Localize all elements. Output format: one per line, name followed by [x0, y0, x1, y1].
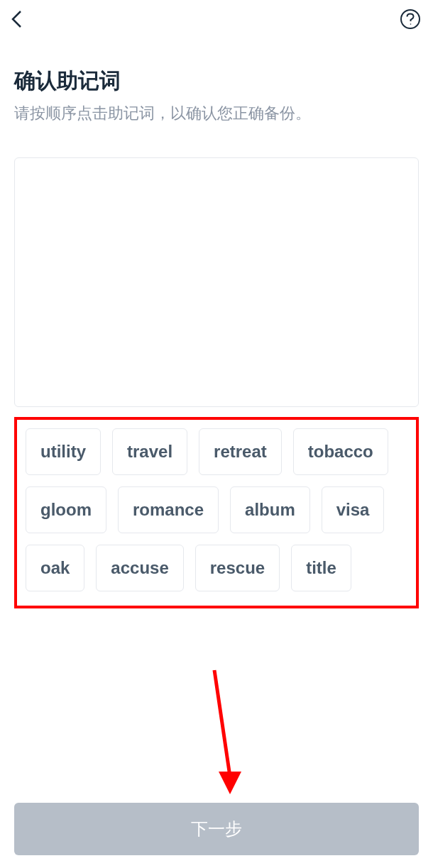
- header-bar: [0, 0, 433, 38]
- content-header: 确认助记词 请按顺序点击助记词，以确认您正确备份。: [0, 38, 433, 125]
- selected-words-area[interactable]: [14, 157, 419, 407]
- arrow-annotation-icon: [206, 667, 256, 801]
- svg-line-2: [214, 670, 230, 777]
- word-chip-accuse[interactable]: accuse: [96, 545, 183, 591]
- next-step-button[interactable]: 下一步: [14, 803, 419, 855]
- svg-point-1: [410, 23, 412, 25]
- page-subtitle: 请按顺序点击助记词，以确认您正确备份。: [14, 103, 419, 125]
- help-button[interactable]: [398, 6, 423, 32]
- word-chip-tobacco[interactable]: tobacco: [293, 428, 388, 475]
- word-row: utility travel retreat tobacco: [26, 428, 407, 475]
- word-chip-oak[interactable]: oak: [26, 545, 84, 591]
- word-chip-retreat[interactable]: retreat: [199, 428, 282, 475]
- question-circle-icon: [400, 9, 421, 30]
- word-row: gloom romance album visa: [26, 486, 407, 533]
- next-step-label: 下一步: [191, 818, 242, 840]
- word-chip-utility[interactable]: utility: [26, 428, 101, 475]
- word-chip-title[interactable]: title: [291, 545, 351, 591]
- word-chip-travel[interactable]: travel: [112, 428, 187, 475]
- word-chip-gloom[interactable]: gloom: [26, 486, 106, 533]
- word-chip-romance[interactable]: romance: [118, 486, 219, 533]
- word-row: oak accuse rescue title: [26, 545, 407, 591]
- svg-point-0: [401, 10, 420, 28]
- word-chip-album[interactable]: album: [230, 486, 310, 533]
- mnemonic-word-grid: utility travel retreat tobacco gloom rom…: [14, 417, 419, 608]
- chevron-left-icon: [9, 9, 25, 29]
- svg-marker-3: [219, 772, 241, 794]
- word-chip-visa[interactable]: visa: [322, 486, 385, 533]
- page-title: 确认助记词: [14, 67, 419, 96]
- word-chip-rescue[interactable]: rescue: [195, 545, 280, 591]
- back-button[interactable]: [4, 6, 30, 32]
